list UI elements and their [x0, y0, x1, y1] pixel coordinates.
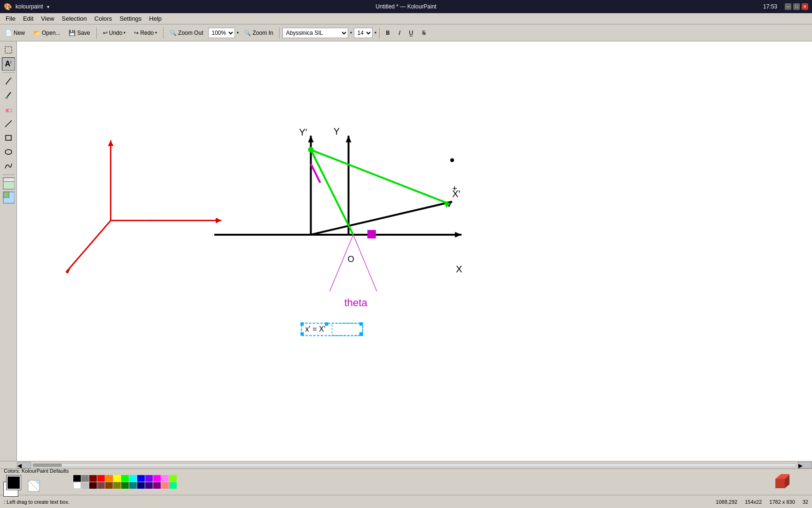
- layers-btn1[interactable]: [2, 177, 15, 190]
- swatch-verydarkred[interactable]: [89, 482, 97, 489]
- scrollbar-thumb[interactable]: [33, 464, 62, 467]
- swatch-orange[interactable]: [105, 475, 113, 482]
- titlebar-dropdown-arrow[interactable]: ▾: [47, 4, 49, 9]
- swatch-yellow[interactable]: [113, 475, 121, 482]
- minimize-button[interactable]: ─: [785, 3, 791, 10]
- swatch-blue[interactable]: [137, 475, 145, 482]
- toolbar: 📄 New 📂 Open... 💾 Save ↩ Undo ▾ ↪ Redo ▾…: [0, 24, 812, 41]
- swatch-teal[interactable]: [129, 482, 137, 489]
- palette-label: Colors: KolourPaint Defaults: [4, 468, 69, 474]
- scroll-left-button[interactable]: ◀: [17, 462, 31, 468]
- horizontal-scrollbar[interactable]: ◀ ▶: [0, 461, 812, 468]
- swatch-brown[interactable]: [97, 482, 105, 489]
- swatch-olive[interactable]: [113, 482, 121, 489]
- swatch-lime[interactable]: [121, 475, 129, 482]
- curve-tool[interactable]: [2, 159, 15, 173]
- svg-marker-57: [775, 479, 785, 488]
- swatch-lightpink[interactable]: [161, 482, 169, 489]
- swatch-black[interactable]: [73, 475, 81, 482]
- menu-help[interactable]: Help: [145, 14, 165, 23]
- select-rect-icon: [4, 46, 13, 54]
- menu-view[interactable]: View: [37, 14, 58, 23]
- menu-file[interactable]: File: [2, 14, 19, 23]
- swatch-purple[interactable]: [145, 475, 153, 482]
- font-style-bold[interactable]: 𝐁: [383, 27, 393, 39]
- font-style-strike[interactable]: S̶: [419, 27, 429, 39]
- close-button[interactable]: ✕: [802, 3, 808, 10]
- svg-line-4: [7, 92, 11, 97]
- font-name-select[interactable]: Abyssinica SIL Arial: [282, 28, 348, 38]
- menu-settings[interactable]: Settings: [116, 14, 145, 23]
- canvas-area[interactable]: Y' Y X' X O theta + x' = X': [17, 41, 812, 461]
- svg-rect-7: [6, 109, 8, 112]
- sep4: [379, 27, 380, 39]
- eraser-tool[interactable]: [2, 103, 15, 116]
- tools-panel: A I: [0, 41, 17, 461]
- zoom-dropdown-arrow[interactable]: ▾: [237, 31, 239, 35]
- svg-text:+: +: [452, 184, 457, 193]
- swatch-darkmagenta[interactable]: [153, 482, 161, 489]
- scrollbar-track[interactable]: [33, 463, 796, 467]
- swatch-green[interactable]: [121, 482, 129, 489]
- zoom-in-button[interactable]: 🔍 Zoom In: [241, 27, 276, 39]
- undo-icon: ↩: [103, 30, 108, 36]
- menu-colors[interactable]: Colors: [91, 14, 116, 23]
- zoom-out-button[interactable]: 🔍 Zoom Out: [166, 27, 206, 39]
- titlebar-time: 17:53: [763, 3, 777, 10]
- zoom-select[interactable]: 100% 200% 50%: [208, 28, 235, 38]
- svg-line-30: [311, 150, 353, 235]
- open-button[interactable]: 📂 Open...: [30, 27, 63, 39]
- layers2-icon: [2, 191, 15, 204]
- svg-marker-27: [308, 135, 313, 142]
- undo-button[interactable]: ↩ Undo ▾: [100, 27, 129, 39]
- fg-color-swatch[interactable]: [7, 476, 21, 490]
- swatch-pink[interactable]: [161, 475, 169, 482]
- save-button[interactable]: 💾 Save: [65, 27, 93, 39]
- line-icon: [4, 119, 13, 128]
- swatch-darkred[interactable]: [89, 475, 97, 482]
- transparent-icon[interactable]: [27, 479, 40, 492]
- new-icon: 📄: [5, 30, 12, 36]
- redo-dropdown-arrow[interactable]: ▾: [155, 31, 157, 35]
- line-tool[interactable]: [2, 117, 15, 130]
- drawing-canvas[interactable]: Y' Y X' X O theta + x' = X': [17, 41, 812, 461]
- redo-button[interactable]: ↪ Redo ▾: [131, 27, 160, 39]
- font-dropdown-arrow[interactable]: ▾: [350, 31, 352, 35]
- font-style-underline[interactable]: U̲: [406, 27, 417, 39]
- menu-edit[interactable]: Edit: [19, 14, 37, 23]
- scroll-right-button[interactable]: ▶: [798, 462, 812, 468]
- swatch-cyan[interactable]: [129, 475, 137, 482]
- text-tool[interactable]: A I: [2, 57, 15, 71]
- new-button[interactable]: 📄 New: [2, 27, 28, 39]
- rect-tool[interactable]: [2, 131, 15, 144]
- window-controls: ─ □ ✕: [785, 3, 808, 10]
- swatch-white[interactable]: [73, 482, 81, 489]
- svg-point-5: [5, 97, 8, 99]
- undo-dropdown-arrow[interactable]: ▾: [124, 31, 125, 35]
- swatch-navy[interactable]: [137, 482, 145, 489]
- eraser-icon: [4, 105, 13, 114]
- swatch-silver[interactable]: [81, 482, 89, 489]
- svg-text:X: X: [456, 264, 462, 274]
- app-icon: 🎨: [4, 3, 12, 10]
- swatch-gray[interactable]: [81, 475, 89, 482]
- select-rect-tool[interactable]: [2, 43, 15, 56]
- brush-tool[interactable]: [2, 89, 15, 102]
- maximize-button[interactable]: □: [793, 3, 800, 10]
- svg-rect-53: [332, 323, 363, 335]
- swatch-red[interactable]: [97, 475, 105, 482]
- font-style-italic[interactable]: 𝐼: [395, 27, 404, 39]
- swatch-darkpurple[interactable]: [145, 482, 153, 489]
- ellipse-icon: [4, 148, 13, 156]
- swatch-magenta[interactable]: [153, 475, 161, 482]
- font-size-select[interactable]: 14 12 16: [354, 28, 373, 38]
- layers-btn2[interactable]: [2, 191, 15, 204]
- swatch-mintgreen[interactable]: [169, 482, 177, 489]
- ellipse-tool[interactable]: [2, 145, 15, 159]
- swatch-chartreuse[interactable]: [169, 475, 177, 482]
- swatch-darkorange[interactable]: [105, 482, 113, 489]
- sep2: [163, 27, 164, 39]
- font-size-dropdown-arrow[interactable]: ▾: [375, 31, 376, 35]
- pencil-tool[interactable]: [2, 75, 15, 88]
- menu-selection[interactable]: Selection: [58, 14, 90, 23]
